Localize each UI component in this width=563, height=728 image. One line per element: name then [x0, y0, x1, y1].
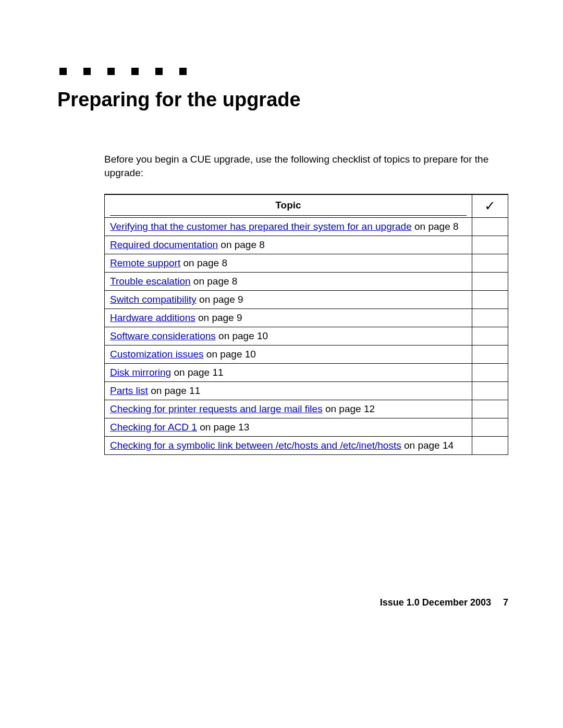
page-reference: on page 14 — [401, 440, 454, 451]
page-reference: on page 9 — [197, 294, 243, 305]
table-row: Checking for printer requests and large … — [105, 400, 508, 418]
topic-cell: Checking for a symbolic link between /et… — [105, 437, 472, 455]
table-row: Software considerations on page 10 — [105, 327, 508, 346]
page-reference: on page 11 — [148, 385, 200, 396]
topic-link[interactable]: Checking for printer requests and large … — [110, 403, 323, 414]
topic-cell: Remote support on page 8 — [105, 254, 472, 273]
content-area: Before you begin a CUE upgrade, use the … — [104, 153, 508, 455]
check-cell — [472, 400, 508, 418]
check-cell — [472, 254, 508, 273]
check-cell — [472, 327, 508, 346]
topic-cell: Required documentation on page 8 — [105, 236, 472, 254]
page-reference: on page 9 — [195, 312, 242, 323]
check-cell — [472, 418, 508, 437]
check-cell — [472, 437, 508, 455]
topic-cell: Customization issues on page 10 — [105, 346, 472, 364]
page-title: Preparing for the upgrade — [57, 89, 508, 111]
footer-issue: Issue 1.0 December 2003 — [380, 597, 491, 608]
check-cell — [472, 382, 508, 400]
check-cell — [472, 291, 508, 309]
decorative-dots — [59, 68, 508, 75]
page-reference: on page 10 — [204, 349, 256, 360]
header-check-icon: ✓ — [472, 194, 508, 218]
topic-cell: Parts list on page 11 — [105, 382, 472, 400]
check-cell — [472, 273, 508, 291]
page-footer: Issue 1.0 December 2003 7 — [380, 597, 508, 608]
table-row: Verifying that the customer has prepared… — [105, 218, 508, 236]
topic-link[interactable]: Hardware additions — [110, 312, 195, 323]
table-row: Hardware additions on page 9 — [105, 309, 508, 327]
table-row: Required documentation on page 8 — [105, 236, 508, 254]
check-cell — [472, 236, 508, 254]
topic-cell: Switch compatibility on page 9 — [105, 291, 472, 309]
table-row: Switch compatibility on page 9 — [105, 291, 508, 309]
topic-cell: Software considerations on page 10 — [105, 327, 472, 346]
topic-link[interactable]: Parts list — [110, 385, 148, 396]
page-reference: on page 8 — [218, 239, 265, 250]
topic-link[interactable]: Software considerations — [110, 330, 216, 341]
page-reference: on page 12 — [323, 403, 375, 414]
topic-link[interactable]: Checking for a symbolic link between /et… — [110, 440, 401, 451]
topic-cell: Checking for ACD 1 on page 13 — [105, 418, 472, 437]
check-cell — [472, 309, 508, 327]
table-row: Parts list on page 11 — [105, 382, 508, 400]
checklist-table: Topic ✓ Verifying that the customer has … — [104, 194, 508, 455]
topic-cell: Hardware additions on page 9 — [105, 309, 472, 327]
topic-link[interactable]: Required documentation — [110, 239, 218, 250]
topic-link[interactable]: Remote support — [110, 257, 180, 268]
page-reference: on page 11 — [171, 367, 223, 378]
topic-link[interactable]: Checking for ACD 1 — [110, 422, 197, 433]
document-page: Preparing for the upgrade Before you beg… — [0, 0, 563, 728]
page-reference: on page 8 — [191, 276, 238, 287]
intro-text: Before you begin a CUE upgrade, use the … — [104, 153, 508, 179]
topic-link[interactable]: Switch compatibility — [110, 294, 197, 305]
topic-cell: Trouble escalation on page 8 — [105, 273, 472, 291]
topic-link[interactable]: Trouble escalation — [110, 276, 191, 287]
check-cell — [472, 218, 508, 236]
topic-link[interactable]: Disk mirroring — [110, 367, 171, 378]
table-row: Checking for ACD 1 on page 13 — [105, 418, 508, 437]
topic-cell: Verifying that the customer has prepared… — [105, 218, 472, 236]
table-row: Remote support on page 8 — [105, 254, 508, 273]
topic-link[interactable]: Customization issues — [110, 349, 204, 360]
topic-cell: Checking for printer requests and large … — [105, 400, 472, 418]
topic-link[interactable]: Verifying that the customer has prepared… — [110, 221, 412, 232]
page-reference: on page 8 — [180, 257, 227, 268]
topic-cell: Disk mirroring on page 11 — [105, 364, 472, 382]
check-cell — [472, 346, 508, 364]
check-cell — [472, 364, 508, 382]
footer-page-number: 7 — [503, 597, 508, 608]
page-reference: on page 8 — [412, 221, 459, 232]
page-reference: on page 13 — [197, 422, 249, 433]
header-topic: Topic — [105, 194, 472, 218]
table-row: Disk mirroring on page 11 — [105, 364, 508, 382]
table-row: Checking for a symbolic link between /et… — [105, 437, 508, 455]
table-row: Trouble escalation on page 8 — [105, 273, 508, 291]
table-row: Customization issues on page 10 — [105, 346, 508, 364]
page-reference: on page 10 — [216, 330, 268, 341]
